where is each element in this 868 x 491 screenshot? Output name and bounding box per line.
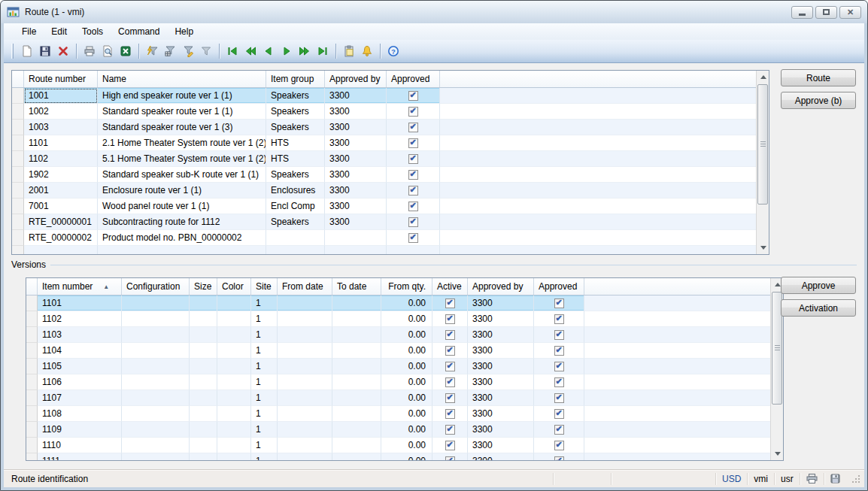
row-selector[interactable]	[12, 120, 24, 135]
active-checkbox[interactable]	[445, 441, 455, 450]
row-selector[interactable]	[26, 296, 38, 311]
cell-item_group[interactable]: Enclosures	[266, 183, 325, 199]
cell-approved_by[interactable]: 3300	[325, 135, 387, 151]
cell-active[interactable]	[432, 296, 468, 311]
cell-route_number[interactable]: 7001	[24, 199, 98, 214]
approved-checkbox[interactable]	[554, 456, 564, 461]
cell-from_qty[interactable]: 0.00	[381, 374, 432, 390]
cell-size[interactable]	[190, 422, 217, 438]
cell-size[interactable]	[190, 406, 217, 422]
approved-checkbox[interactable]	[408, 154, 418, 164]
cell-item_number[interactable]: 1103	[38, 327, 122, 343]
grid-row[interactable]: 111010.003300	[26, 438, 770, 453]
cell-name[interactable]: Enclosure route ver 1 (1)	[98, 183, 266, 199]
column-header-from_date[interactable]: From date	[278, 278, 332, 295]
cell-configuration[interactable]	[122, 438, 190, 453]
column-header-approved[interactable]: Approved	[534, 278, 584, 295]
cell-name[interactable]: Standard speaker sub-K route ver 1 (1)	[98, 167, 266, 183]
cell-configuration[interactable]	[122, 296, 190, 311]
export-to-excel-button[interactable]	[117, 42, 135, 60]
cell-configuration[interactable]	[122, 374, 190, 390]
column-header-from_qty[interactable]: From qty.	[381, 278, 432, 295]
row-selector[interactable]	[26, 422, 38, 438]
row-selector[interactable]	[12, 214, 24, 230]
cell-to_date[interactable]	[332, 311, 381, 327]
grid-row[interactable]: 110210.003300	[26, 311, 770, 327]
cell-approved[interactable]	[534, 390, 584, 406]
filter-button[interactable]	[179, 42, 197, 60]
grid-row[interactable]: RTE_00000001Subcontracting route for 111…	[12, 214, 756, 230]
cell-name[interactable]: High end speaker route ver 1 (1)	[98, 88, 266, 104]
grid-row[interactable]: 110810.003300	[26, 406, 770, 422]
approved-checkbox[interactable]	[554, 330, 564, 340]
approved-checkbox[interactable]	[408, 138, 418, 148]
approved-checkbox[interactable]	[554, 409, 564, 419]
cell-active[interactable]	[432, 311, 468, 327]
cell-item_group[interactable]: Speakers	[266, 167, 325, 183]
cell-active[interactable]	[432, 422, 468, 438]
cell-from_date[interactable]	[278, 343, 332, 359]
cell-to_date[interactable]	[332, 390, 381, 406]
cell-approved[interactable]	[534, 343, 584, 359]
cell-approved[interactable]	[534, 296, 584, 311]
cell-item_number[interactable]: 1109	[38, 422, 122, 438]
menu-help[interactable]: Help	[167, 24, 201, 39]
row-selector[interactable]	[12, 199, 24, 214]
cell-approved_by[interactable]: 3300	[325, 151, 387, 167]
cell-approved[interactable]	[387, 135, 440, 151]
select-all-corner[interactable]	[12, 71, 24, 87]
cell-item_number[interactable]: 1106	[38, 374, 122, 390]
cell-approved_by[interactable]: 3300	[468, 422, 534, 438]
previous-page-button[interactable]	[241, 42, 259, 60]
grid-row[interactable]: 11025.1 Home Theater System route ver 1 …	[12, 151, 756, 167]
title-bar[interactable]: Route (1 - vmi) ✕	[1, 1, 867, 23]
activation-button[interactable]: Activation	[781, 299, 856, 317]
approved-checkbox[interactable]	[408, 202, 418, 211]
cell-color[interactable]	[217, 359, 251, 374]
row-selector[interactable]	[26, 327, 38, 343]
approved-checkbox[interactable]	[408, 91, 418, 101]
cell-to_date[interactable]	[332, 406, 381, 422]
column-header-item_group[interactable]: Item group	[266, 71, 325, 87]
cell-route_number[interactable]: RTE_00000002	[24, 230, 98, 246]
grid-row[interactable]: 1002Standard speaker route ver 1 (1)Spea…	[12, 104, 756, 120]
scroll-thumb[interactable]	[757, 84, 768, 205]
cell-approved_by[interactable]: 3300	[325, 214, 387, 230]
cell-item_group[interactable]: Speakers	[266, 88, 325, 104]
active-checkbox[interactable]	[445, 393, 455, 403]
cell-approved_by[interactable]: 3300	[468, 406, 534, 422]
cell-from_qty[interactable]: 0.00	[381, 311, 432, 327]
scroll-down-button[interactable]	[757, 241, 769, 254]
cell-name[interactable]: Standard speaker route ver 1 (1)	[98, 104, 266, 120]
cell-item_number[interactable]: 1108	[38, 406, 122, 422]
cell-site[interactable]: 1	[251, 422, 278, 438]
cell-site[interactable]: 1	[251, 359, 278, 374]
cell-approved[interactable]	[387, 167, 440, 183]
company-indicator[interactable]: vmi	[748, 474, 774, 484]
cell-approved_by[interactable]: 3300	[325, 104, 387, 120]
cell-active[interactable]	[432, 374, 468, 390]
scroll-up-button[interactable]	[757, 71, 769, 83]
approved-checkbox[interactable]	[408, 233, 418, 243]
cell-size[interactable]	[190, 390, 217, 406]
cell-item_group[interactable]: HTS	[266, 135, 325, 151]
filter-by-grid-button[interactable]	[161, 42, 179, 60]
cell-approved_by[interactable]: 3300	[468, 343, 534, 359]
cell-approved_by[interactable]: 3300	[468, 359, 534, 374]
cell-site[interactable]: 1	[251, 390, 278, 406]
resize-grip[interactable]	[851, 474, 861, 484]
approved-checkbox[interactable]	[408, 107, 418, 117]
cell-from_qty[interactable]: 0.00	[381, 327, 432, 343]
cell-approved_by[interactable]: 3300	[325, 183, 387, 199]
approved-checkbox[interactable]	[554, 362, 564, 371]
cell-size[interactable]	[190, 359, 217, 374]
cell-site[interactable]: 1	[251, 311, 278, 327]
cell-route_number[interactable]: RTE_00000001	[24, 214, 98, 230]
cell-name[interactable]: Product model no. PBN_00000002	[98, 230, 266, 246]
grid-row[interactable]: 110310.003300	[26, 327, 770, 343]
cell-name[interactable]: Standard speaker route ver 1 (3)	[98, 120, 266, 135]
user-indicator[interactable]: usr	[775, 474, 800, 484]
row-selector[interactable]	[26, 453, 38, 460]
row-selector[interactable]	[26, 438, 38, 453]
cell-configuration[interactable]	[122, 327, 190, 343]
